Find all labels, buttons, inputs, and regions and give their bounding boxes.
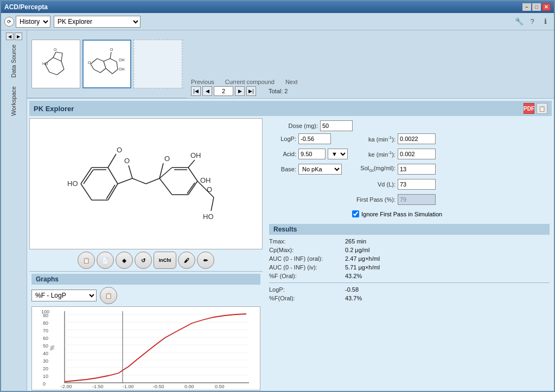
right-col-params: ka (min-1): ke (min-1): — [352, 133, 442, 217]
compound-thumb-2[interactable]: O OH OH O — [82, 40, 131, 88]
results-header: Results — [269, 224, 550, 235]
close-button[interactable]: ✕ — [542, 3, 551, 11]
svg-line-49 — [160, 178, 172, 195]
pk-explorer-select[interactable]: PK Explorer — [54, 16, 141, 28]
mol-paste-button[interactable]: 📄 — [97, 252, 114, 269]
first-pass-input[interactable] — [398, 194, 436, 205]
svg-text:50: 50 — [43, 343, 48, 349]
previous-nav-label: Previous — [191, 79, 214, 85]
app-title: ACD/Percepta — [4, 3, 48, 11]
sidebar-right-arrow[interactable]: ▶ — [15, 33, 22, 40]
mol-paint-button[interactable]: 🖌 — [178, 252, 195, 269]
pk-explorer-panel: PK Explorer PDF 📋 — [27, 99, 554, 392]
acid-input[interactable] — [298, 149, 326, 159]
nav-first-button[interactable]: |◀ — [191, 86, 201, 96]
params-section: Dose (mg): LogP: — [267, 118, 552, 220]
result-f-oral: %F (Oral): 43.2% — [269, 273, 550, 279]
graph-type-select[interactable]: %F - LogP Cp vs Time AUC vs Dose — [31, 290, 97, 301]
main-area: ◀ ▶ Data Source Workspace — [1, 30, 554, 392]
two-col-params: LogP: Acid: ▼ — [269, 133, 550, 217]
svg-text:OH: OH — [119, 67, 125, 71]
toolbar-icons: 🔧 ? ℹ — [514, 16, 551, 27]
mol-reset-button[interactable]: ↺ — [135, 252, 152, 269]
mol-copy-button[interactable]: 📋 — [78, 252, 95, 269]
svg-text:40: 40 — [43, 351, 48, 356]
svg-line-47 — [188, 181, 197, 195]
molecule-viewer: HO O O — [29, 118, 263, 249]
history-select[interactable]: History — [16, 16, 50, 28]
svg-line-21 — [106, 68, 112, 74]
compound-thumb-1[interactable]: O HO — [31, 40, 80, 88]
next-nav-label: Next — [285, 79, 298, 85]
mol-edit-button[interactable]: ✏ — [197, 252, 214, 269]
svg-line-29 — [108, 168, 118, 184]
svg-text:HO: HO — [67, 179, 78, 188]
settings-icon[interactable]: 🔧 — [514, 16, 525, 27]
first-pass-row: First Pass (%): — [352, 194, 442, 205]
ka-input[interactable] — [398, 133, 436, 144]
ignore-first-pass-checkbox[interactable] — [352, 210, 359, 217]
graphs-header: Graphs — [31, 274, 260, 285]
toolbar: ⟳ History PK Explorer 🔧 ? ℹ — [1, 13, 554, 30]
acid-select[interactable]: ▼ — [328, 149, 348, 159]
result-tmax-label: Tmax: — [269, 238, 345, 245]
molecule-toolbar: 📋 📄 ◈ ↺ InChI 🖌 ✏ — [29, 249, 263, 271]
result-tmax: Tmax: 265 min — [269, 238, 550, 245]
mol-inchi-button[interactable]: InChI — [154, 252, 176, 269]
solgi-label: SolGI(mg/ml): — [352, 165, 395, 173]
svg-line-53 — [188, 160, 195, 168]
title-bar: ACD/Percepta − □ ✕ — [1, 1, 554, 13]
svg-text:O: O — [124, 157, 130, 165]
minimize-button[interactable]: − — [522, 3, 531, 11]
current-compound-input[interactable] — [214, 86, 233, 96]
vd-input[interactable] — [398, 179, 436, 190]
svg-text:O: O — [117, 146, 122, 154]
result-logp-value: -0.58 — [345, 286, 359, 293]
svg-text:-2.00: -2.00 — [61, 384, 72, 389]
base-label: Base: — [269, 166, 296, 172]
result-cpmax-value: 0.2 μg/ml — [345, 247, 369, 253]
svg-line-3 — [57, 69, 64, 75]
base-select[interactable]: No pKa — [298, 164, 342, 175]
ke-label: ke (min-1): — [352, 150, 395, 158]
result-logp-label: LogP: — [269, 286, 345, 293]
pk-explorer-title: PK Explorer — [34, 105, 74, 113]
vd-label: Vd (L): — [352, 181, 395, 188]
svg-text:100: 100 — [41, 309, 49, 314]
graph-svg: 0 10 20 30 40 50 60 70 80 90 100 — [32, 307, 260, 390]
help-icon[interactable]: ? — [527, 16, 538, 27]
svg-line-18 — [110, 59, 117, 62]
current-compound-nav-label: Current compound — [225, 79, 275, 85]
svg-line-7 — [56, 52, 62, 53]
svg-line-13 — [104, 61, 106, 68]
base-row: Base: No pKa — [269, 164, 348, 175]
svg-line-39 — [118, 178, 132, 184]
svg-line-22 — [110, 52, 111, 59]
dose-row: Dose (mg): — [269, 120, 550, 131]
pk-copy-icon[interactable]: 📋 — [537, 103, 547, 114]
left-col-params: LogP: Acid: ▼ — [269, 133, 348, 217]
info-icon[interactable]: ℹ — [540, 16, 551, 27]
sidebar-left-arrow[interactable]: ◀ — [6, 33, 14, 40]
solgi-input[interactable] — [398, 164, 436, 175]
nav-next-button[interactable]: ▶ — [235, 86, 245, 96]
nav-last-button[interactable]: ▶| — [246, 86, 256, 96]
svg-line-41 — [146, 178, 160, 184]
result-f-oral-label: %F (Oral): — [269, 273, 345, 279]
mol-structure-button[interactable]: ◈ — [116, 252, 133, 269]
svg-line-32 — [81, 184, 92, 200]
svg-text:0.00: 0.00 — [184, 384, 194, 389]
pk-pdf-icon[interactable]: PDF — [524, 103, 534, 114]
total-compounds: Total: 2 — [269, 88, 288, 94]
nav-prev-button[interactable]: ◀ — [202, 86, 212, 96]
logp-input[interactable] — [298, 133, 331, 144]
graphs-panel: Graphs %F - LogP Cp vs Time AUC vs Dose … — [29, 271, 263, 392]
svg-text:-1.50: -1.50 — [92, 384, 104, 389]
dose-input[interactable] — [320, 120, 353, 131]
maximize-button[interactable]: □ — [532, 3, 541, 11]
graph-copy-button[interactable]: 📋 — [100, 287, 117, 304]
workspace-label: Workspace — [10, 86, 17, 116]
svg-text:O: O — [164, 155, 170, 163]
ke-input[interactable] — [398, 149, 436, 159]
svg-text:OH: OH — [119, 58, 125, 62]
